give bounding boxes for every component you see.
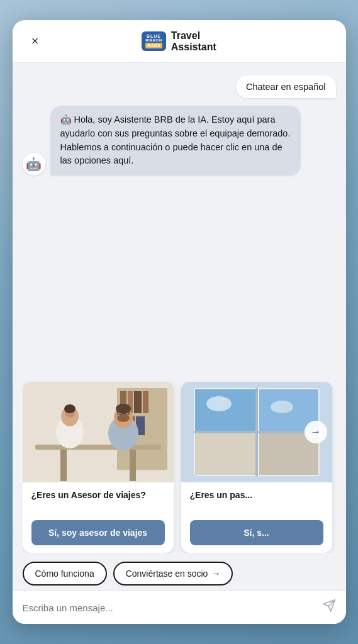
bot-avatar: 🤖 <box>23 153 45 175</box>
message-bot-1-text: 🤖 Hola, soy Asistente BRB de la IA. Esto… <box>60 114 291 165</box>
quick-actions: Cómo funciona Conviértase en socio → <box>13 553 346 591</box>
send-button[interactable] <box>322 599 336 616</box>
card-advisor-question: ¿Eres un Asesor de viajes? <box>31 490 165 513</box>
card-passenger[interactable]: → ¿Eres un pas... Sí, s... <box>181 382 332 553</box>
card-advisor-body: ¿Eres un Asesor de viajes? Sí, soy aseso… <box>23 482 174 553</box>
card-advisor-button[interactable]: Sí, soy asesor de viajes <box>31 520 165 545</box>
quick-btn-conviertase[interactable]: Conviértase en socio → <box>113 562 233 586</box>
quick-btn-conviertase-arrow: → <box>211 569 220 579</box>
message-input[interactable] <box>23 602 315 613</box>
svg-point-19 <box>117 414 130 422</box>
svg-rect-4 <box>134 391 142 413</box>
logo-ribbon-text: RIBBON <box>145 38 162 42</box>
quick-btn-como-funciona-label: Cómo funciona <box>35 569 94 579</box>
svg-rect-32 <box>195 433 255 475</box>
messages-area: Chatear en español 🤖 🤖 Hola, soy Asisten… <box>13 63 346 382</box>
svg-rect-10 <box>60 450 67 481</box>
svg-point-31 <box>271 401 293 413</box>
card-passenger-body: ¿Eres un pas... Sí, s... <box>181 482 332 553</box>
message-user-1-text: Chatear en español <box>246 82 326 92</box>
svg-rect-11 <box>130 450 136 481</box>
logo-blue-text: BLUE <box>147 34 161 38</box>
header-title-assistant: Assistant <box>171 42 216 53</box>
header-title-travel: Travel <box>171 30 216 42</box>
close-icon: × <box>31 34 39 48</box>
input-area <box>13 591 346 624</box>
card-advisor[interactable]: ¿Eres un Asesor de viajes? Sí, soy aseso… <box>23 382 174 553</box>
advisor-illustration <box>23 382 174 482</box>
card-advisor-image <box>23 382 174 482</box>
logo-badge: BLUE RIBBON BAGS <box>142 31 166 51</box>
close-button[interactable]: × <box>25 31 45 52</box>
svg-point-23 <box>116 404 131 414</box>
logo-bags-text: BAGS <box>145 43 162 48</box>
quick-btn-conviertase-label: Conviértase en socio <box>126 569 208 579</box>
cards-scroll[interactable]: ¿Eres un Asesor de viajes? Sí, soy aseso… <box>23 382 336 553</box>
svg-rect-9 <box>35 445 161 450</box>
header-logo: BLUE RIBBON BAGS Travel Assistant <box>53 30 306 52</box>
cards-section: ¿Eres un Asesor de viajes? Sí, soy aseso… <box>13 382 346 553</box>
card-passenger-question: ¿Eres un pas... <box>190 490 323 513</box>
svg-point-15 <box>64 404 76 413</box>
card-passenger-image: → <box>181 382 332 482</box>
svg-rect-5 <box>143 391 148 413</box>
chat-window: × BLUE RIBBON BAGS Travel Assistant Chat… <box>13 20 346 624</box>
quick-btn-como-funciona[interactable]: Cómo funciona <box>23 562 107 586</box>
card-arrow-icon[interactable]: → <box>305 421 327 443</box>
svg-point-30 <box>206 396 232 411</box>
card-passenger-button[interactable]: Sí, s... <box>190 520 323 545</box>
header-title: Travel Assistant <box>171 30 216 52</box>
message-user-1: Chatear en español <box>236 75 336 98</box>
chat-header: × BLUE RIBBON BAGS Travel Assistant <box>13 20 346 63</box>
send-icon <box>322 599 336 616</box>
message-bot-1-wrapper: 🤖 🤖 Hola, soy Asistente BRB de la IA. Es… <box>23 106 336 175</box>
message-bot-1: 🤖 Hola, soy Asistente BRB de la IA. Esto… <box>50 106 301 175</box>
